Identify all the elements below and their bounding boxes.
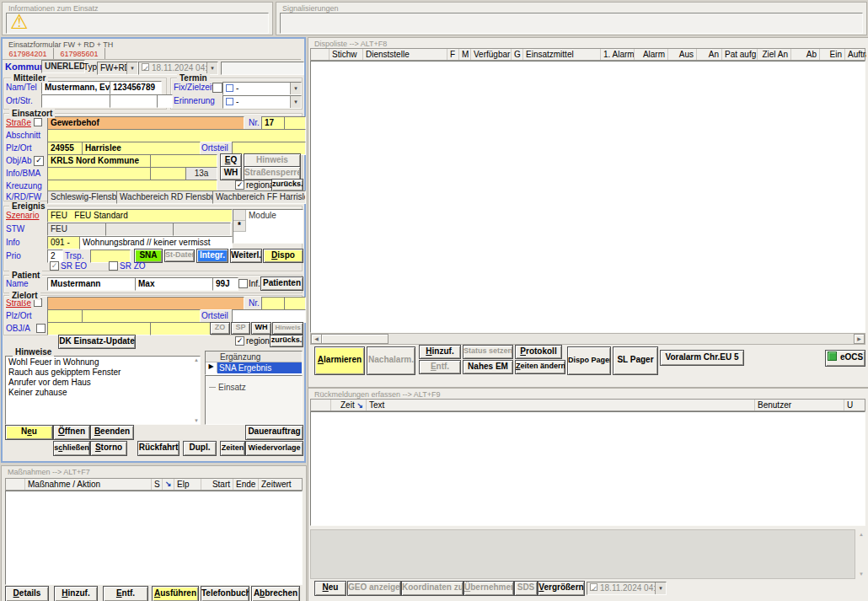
typ-select[interactable]: FW+RD+▾ <box>97 62 138 75</box>
szenario-label[interactable]: Szenario <box>6 211 39 220</box>
datetime-checkbox[interactable]: ✓ <box>142 63 149 71</box>
mass-entf-button[interactable]: Entf. <box>103 586 148 601</box>
mitteiler-name-field[interactable]: Mustermann, Eva <box>41 81 112 94</box>
hausnr-field[interactable]: 17 <box>261 116 287 130</box>
storno-button[interactable]: Storno <box>90 441 127 456</box>
info-bma2-field[interactable] <box>150 167 189 180</box>
dispo-entf-button[interactable]: Entf. <box>419 360 461 374</box>
mass-col-select[interactable] <box>6 479 25 490</box>
rueckmeldungen-table-body[interactable] <box>310 411 865 526</box>
objekt2-field[interactable] <box>150 154 217 168</box>
nahes-em-button[interactable]: Nahes EM <box>463 360 513 374</box>
ziel-nr-field[interactable] <box>261 297 287 310</box>
zeiten-button[interactable]: Zeiten <box>220 441 245 456</box>
fix-mini-checkbox[interactable] <box>226 84 233 92</box>
dispo-col-alarm[interactable]: Alarm <box>635 49 668 60</box>
mass-col-ende[interactable]: Ende <box>233 479 259 490</box>
einsatzort-regional-checkbox[interactable] <box>235 180 244 190</box>
fix-zielzeit-checkbox[interactable] <box>212 83 222 93</box>
oeffnen-button[interactable]: Öffnen <box>53 425 90 440</box>
tab-einsatz-1[interactable]: 617984201 <box>3 48 54 59</box>
fix-zielzeit-picker[interactable]: -▾ <box>222 82 302 95</box>
alarmieren-button[interactable]: Alarmieren <box>314 346 365 375</box>
obj-ab-checkbox[interactable] <box>34 156 44 166</box>
integr-button[interactable]: Integr. <box>196 249 228 263</box>
strasse-checkbox[interactable] <box>34 118 42 126</box>
vergroessern-button[interactable]: Vergrößern <box>538 581 585 596</box>
dispo-col-stichw[interactable]: Stichw <box>330 49 363 60</box>
info-text-field[interactable]: Wohnungsbrand // keiner vermisst <box>79 236 233 250</box>
ziel-zuruecks-button[interactable]: zurücks. <box>270 335 303 347</box>
dupl-button[interactable]: Dupl. <box>183 441 217 456</box>
dk-einsatz-update-button[interactable]: DK Einsatz-Update <box>58 335 136 349</box>
dispoliste-hscroll-thumb[interactable] <box>321 334 388 344</box>
tree-node-einsatz[interactable]: Einsatz <box>218 383 246 392</box>
koordinaten-button[interactable]: Koordinaten zu. <box>401 581 463 596</box>
erinnerung-picker[interactable]: -▾ <box>222 95 302 109</box>
dispo-col-verfuegbar[interactable]: Verfügbar <box>471 49 512 60</box>
abschnitt-field[interactable] <box>47 129 306 142</box>
rueckmeldung-datetime-picker[interactable]: ✓18.11.2024 04:50▾ <box>587 582 667 595</box>
ziel-nr2-field[interactable] <box>284 297 306 310</box>
dispo-hinzuf-button[interactable]: Hinzuf. <box>419 345 461 359</box>
rueck-scroll-up-icon[interactable]: ▲ <box>859 532 864 537</box>
scroll-right-icon[interactable]: ▶ <box>854 334 865 344</box>
info-bma-field[interactable] <box>47 167 153 180</box>
telefonbuch-button[interactable]: Telefonbuch <box>201 586 249 601</box>
massnahmen-table-body[interactable] <box>5 491 303 585</box>
obja-checkbox[interactable] <box>36 324 46 333</box>
mass-col-start[interactable]: Start <box>201 479 233 490</box>
sl-pager-button[interactable]: SL Pager <box>613 346 658 375</box>
geo-anzeigen-button[interactable]: GEO anzeigen <box>347 581 401 596</box>
nachalarm-button[interactable]: Nachalarm. <box>367 346 415 375</box>
voralarm-button[interactable]: Voralarm Chr.EU 5 <box>660 350 744 366</box>
mass-col-zeitwert[interactable]: Zeitwert <box>259 479 293 490</box>
sr-zo-checkbox[interactable] <box>109 261 118 271</box>
dispo-button[interactable]: Dispo <box>263 249 303 263</box>
dispo-col-an[interactable]: An <box>697 49 722 60</box>
ausfuehren-button[interactable]: Ausführen <box>152 586 199 601</box>
einsatz-tree[interactable]: Einsatz <box>205 375 303 425</box>
dispo-col-pat-aufg[interactable]: Pat aufg <box>722 49 758 60</box>
szenario-field[interactable]: FEU FEU Standard <box>47 209 233 223</box>
ziel-plz-field[interactable] <box>47 309 84 323</box>
ziel-obj-field[interactable] <box>47 322 153 335</box>
hausnr-zusatz-field[interactable] <box>284 116 306 130</box>
ziel-obj2-field[interactable] <box>150 322 211 335</box>
kommune-field[interactable]: UNERLEDI <box>41 60 85 73</box>
wiedervorlage-button[interactable]: Wiedervorlage <box>245 441 303 456</box>
sds-button[interactable]: SDS <box>514 581 538 596</box>
ergaenzung-selected-row[interactable]: SNA Ergebnis <box>217 362 302 373</box>
details-button[interactable]: Details <box>5 586 49 601</box>
einsatzort-zuruecks-button[interactable]: zurücks. <box>271 179 303 191</box>
dauerauftrag-button[interactable]: Dauerauftrag <box>245 425 303 440</box>
mass-hinzuf-button[interactable]: Hinzuf. <box>54 586 98 601</box>
dispoliste-table-body[interactable] <box>310 61 865 333</box>
module-add-cell[interactable]: * <box>233 221 246 232</box>
mass-col-s[interactable]: S <box>152 479 163 490</box>
fix-dropdown-icon[interactable]: ▾ <box>290 83 301 94</box>
dispo-col-g[interactable]: G <box>512 49 523 60</box>
zo-button[interactable]: ZO <box>210 322 230 335</box>
dispo-col-f[interactable]: F <box>447 49 459 60</box>
info-code-short-field[interactable]: 091 - <box>47 236 81 250</box>
einsatz-extra-field[interactable] <box>221 62 304 75</box>
sr-eo-checkbox[interactable] <box>50 261 59 271</box>
einsatzort-wh-button[interactable]: WH <box>220 166 242 180</box>
mass-col-aktion[interactable]: Maßnahme / Aktion <box>25 479 152 490</box>
ergaenzung-header[interactable]: Ergänzung <box>217 351 302 362</box>
patienten-button[interactable]: Patienten <box>260 276 303 291</box>
dispo-col-1-alarm[interactable]: 1. Alarm <box>601 49 635 60</box>
rueckmeldung-textarea[interactable]: ▲ ▼ <box>310 529 855 579</box>
patient-firstname-field[interactable]: Max <box>135 277 215 291</box>
mitteiler-str-field[interactable] <box>110 94 160 108</box>
ziel-strasse-field[interactable] <box>47 297 244 310</box>
dispo-col-auftragst[interactable]: Auftragst <box>845 49 866 60</box>
typ-dropdown-icon[interactable]: ▾ <box>126 62 137 74</box>
dispo-col-dienststelle[interactable]: Dienststelle <box>363 49 447 60</box>
mitteiler-ort-field[interactable] <box>41 94 112 108</box>
erinnerung-mini-checkbox[interactable] <box>226 98 233 105</box>
weiterl-button[interactable]: Weiterl. <box>230 249 262 263</box>
uebernehmen-button[interactable]: Übernehmen <box>463 581 514 596</box>
neu-button[interactable]: Neu <box>5 425 53 440</box>
